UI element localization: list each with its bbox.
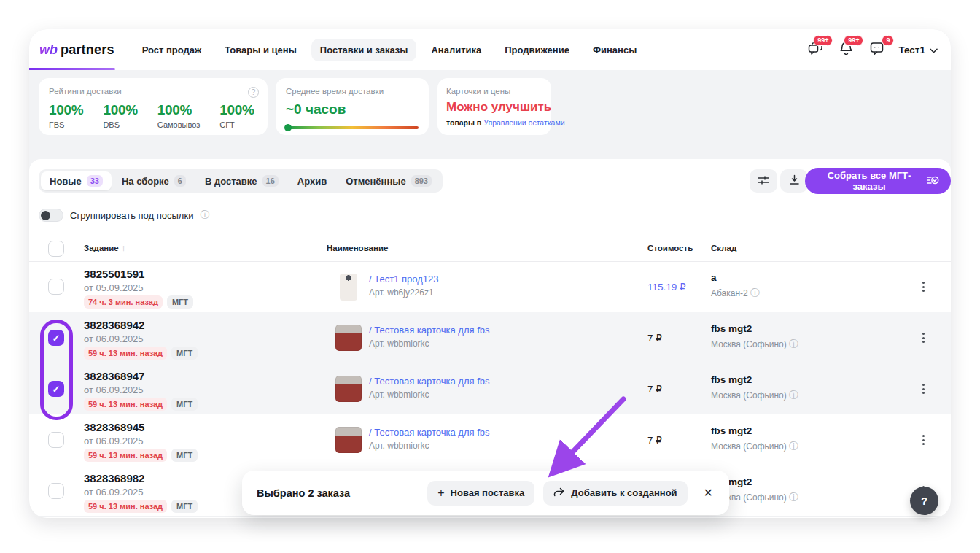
metrics-band: Рейтинги доставки ? 100% FBS 100% DBS 10… (29, 70, 951, 159)
help-fab-button[interactable]: ? (910, 487, 938, 515)
stock-management-link[interactable]: Управлении остатками (483, 118, 564, 127)
rating-value: 100% (219, 102, 254, 118)
group-parcels-label: Сгруппировать под посылки (70, 210, 193, 221)
filter-sliders-icon (758, 175, 769, 187)
order-date: от 06.09.2025 (84, 487, 144, 498)
order-date: от 06.09.2025 (84, 384, 144, 395)
add-to-created-button[interactable]: Добавить к созданной (543, 481, 687, 506)
rating-dbs: 100% DBS (103, 102, 137, 129)
delivery-time-scale (286, 126, 419, 129)
table-row[interactable]: ✓ 3828368945 от 06.09.2025 59 ч. 13 мин.… (29, 414, 951, 465)
rating-label: DBS (103, 120, 137, 129)
table-row[interactable]: ✓ 3825501591 от 05.09.2025 74 ч. 3 мин. … (29, 261, 951, 312)
product-sku: Арт. wb6jy226z1 (369, 287, 434, 298)
tab-new[interactable]: Новые 33 (41, 171, 112, 190)
tab-label: На сборке (122, 176, 169, 187)
tab-assembling[interactable]: На сборке 6 (113, 171, 195, 190)
order-price: 7 ₽ (648, 434, 662, 446)
product-link[interactable]: / Тестовая карточка для fbs (369, 427, 490, 438)
row-checkbox[interactable]: ✓ (48, 432, 64, 448)
warehouse-location: Москва (Софьино) ⓘ (711, 338, 798, 351)
collect-mgt-orders-button[interactable]: Собрать все МГТ-заказы (805, 168, 951, 194)
tab-count: 33 (87, 175, 103, 187)
account-menu[interactable]: Тест1 (898, 45, 938, 55)
nav-item-finance[interactable]: Финансы (584, 39, 645, 61)
logo[interactable]: wb partners (39, 42, 114, 58)
tab-count: 6 (174, 175, 186, 187)
table-row[interactable]: ✓ 3828368942 от 06.09.2025 59 ч. 13 мин.… (29, 312, 951, 363)
nav-item-promotion[interactable]: Продвижение (496, 39, 578, 61)
product-image (335, 325, 362, 351)
group-parcels-toggle[interactable] (39, 209, 63, 222)
row-checkbox[interactable]: ✓ (48, 330, 64, 346)
warehouse-location: Абакан-2 ⓘ (711, 287, 760, 300)
delivery-ratings-card: Рейтинги доставки ? 100% FBS 100% DBS 10… (39, 78, 268, 135)
main-menu: Рост продаж Товары и цены Поставки и зак… (133, 39, 646, 61)
order-price: 115.19 ₽ (648, 281, 686, 293)
row-checkbox[interactable]: ✓ (48, 381, 64, 397)
tab-archive[interactable]: Архив (289, 171, 335, 190)
rating-sgt: 100% СГТ (219, 102, 254, 129)
chat-badge: 99+ (813, 35, 833, 46)
column-warehouse: Склад (711, 244, 736, 252)
info-icon[interactable]: ⓘ (789, 441, 798, 452)
info-icon[interactable]: ⓘ (789, 339, 798, 349)
filters-button[interactable] (750, 169, 777, 193)
row-menu-button[interactable] (916, 382, 930, 396)
notifications-button[interactable]: 99+ (837, 41, 855, 58)
navbar-right: 99+ 99+ (806, 41, 938, 58)
rating-fbs: 100% FBS (49, 102, 83, 129)
nav-item-goods-prices[interactable]: Товары и цены (216, 39, 306, 61)
avg-time-value: ~0 часов (286, 101, 419, 117)
tab-in-delivery[interactable]: В доставке 16 (196, 171, 287, 190)
nav-item-supplies-orders[interactable]: Поставки и заказы (311, 39, 417, 61)
order-id: 3828368947 (84, 370, 144, 382)
tab-count: 16 (262, 175, 279, 187)
warehouse-name: fbs mgt2 (711, 374, 752, 385)
info-icon[interactable]: ⓘ (200, 209, 209, 222)
add-to-created-label: Добавить к созданной (571, 487, 677, 498)
tab-label: Архив (298, 176, 327, 187)
order-date: от 06.09.2025 (84, 436, 144, 446)
nav-item-analytics[interactable]: Аналитика (422, 39, 490, 61)
product-link[interactable]: / Тестовая карточка для fbs (369, 325, 490, 336)
product-link[interactable]: / Тестовая карточка для fbs (369, 376, 490, 387)
rating-value: 100% (103, 102, 137, 118)
check-icon: ✓ (52, 384, 61, 395)
mgt-badge: МГТ (171, 347, 198, 360)
download-button[interactable] (780, 169, 808, 193)
row-menu-button[interactable] (916, 279, 930, 294)
warehouse-name: fbs mgt2 (711, 425, 752, 436)
notifications-badge: 99+ (844, 35, 863, 46)
help-icon[interactable]: ? (248, 87, 259, 98)
row-checkbox[interactable]: ✓ (48, 483, 64, 499)
new-supply-button[interactable]: + Новая поставка (427, 481, 534, 506)
row-menu-button[interactable] (916, 433, 930, 447)
delivery-ratings-title: Рейтинги доставки (49, 87, 257, 96)
chat-button[interactable]: 99+ (806, 41, 824, 58)
column-task[interactable]: Задание↑ (84, 244, 125, 252)
download-icon (789, 174, 800, 187)
info-icon[interactable]: ⓘ (789, 390, 798, 401)
orders-panel: Новые 33 На сборке 6 В доставке 16 Архив… (29, 159, 951, 518)
info-icon[interactable]: ⓘ (750, 287, 760, 298)
row-checkbox[interactable]: ✓ (48, 279, 64, 295)
row-menu-button[interactable] (916, 330, 930, 345)
product-link[interactable]: / Тест1 прод123 (369, 274, 438, 285)
subtext-prefix: товары в (446, 118, 481, 127)
ratings-list: 100% FBS 100% DBS 100% Самовывоз 100% СГ… (49, 102, 257, 129)
tab-label: Отменённые (346, 176, 405, 187)
logo-partners: partners (61, 42, 114, 58)
rating-value: 100% (158, 102, 200, 118)
close-button[interactable]: ✕ (699, 482, 718, 504)
product-image (335, 376, 362, 402)
forward-arrow-icon (553, 487, 565, 499)
tab-cancelled[interactable]: Отменённые 893 (337, 171, 440, 190)
table-row[interactable]: ✓ 3828368947 от 06.09.2025 59 ч. 13 мин.… (29, 363, 951, 414)
top-navbar: wb partners Рост продаж Товары и цены По… (29, 29, 951, 70)
nav-item-sales-growth[interactable]: Рост продаж (133, 39, 211, 61)
feedback-button[interactable]: 9 (868, 41, 885, 58)
select-all-checkbox[interactable]: ✓ (48, 241, 64, 257)
order-id: 3828368982 (84, 472, 144, 484)
info-icon[interactable]: ⓘ (789, 492, 798, 503)
